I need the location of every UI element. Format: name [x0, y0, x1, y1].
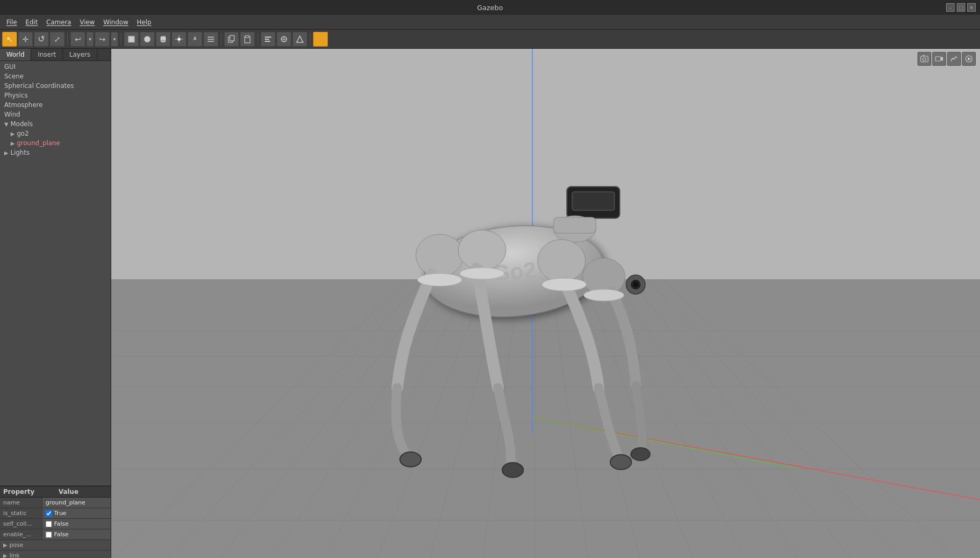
go2-arrow: ▶: [11, 131, 15, 137]
svg-point-67: [631, 448, 650, 460]
box-shape-btn[interactable]: [124, 32, 139, 47]
svg-rect-77: [923, 55, 924, 56]
tree-go2[interactable]: ▶ go2: [0, 129, 111, 138]
sphere-shape-btn[interactable]: [140, 32, 155, 47]
link-label: link: [10, 552, 20, 558]
prop-val-enable[interactable]: False: [42, 529, 111, 539]
paste-btn[interactable]: [240, 32, 255, 47]
tree-wind-label: Wind: [4, 111, 20, 118]
property-panel: Property Value name ground_plane is_stat…: [0, 486, 111, 558]
undo-btn[interactable]: ↩: [70, 32, 85, 47]
left-panel: World Insert Layers GUI Scene Spherical …: [0, 49, 111, 558]
tree-wind[interactable]: Wind: [0, 110, 111, 119]
prop-key-self-coll: self_coll...: [0, 519, 42, 529]
select-tool-btn[interactable]: ↖: [2, 32, 17, 47]
snap-btn[interactable]: [277, 32, 291, 47]
svg-rect-19: [265, 39, 269, 40]
tree-gui[interactable]: GUI: [0, 62, 111, 72]
is-static-checkbox[interactable]: [46, 510, 52, 517]
svg-rect-0: [128, 36, 135, 42]
tab-bar: World Insert Layers: [0, 49, 111, 61]
3d-viewport[interactable]: Go2: [111, 49, 980, 558]
orange-block-btn[interactable]: [313, 32, 328, 47]
menu-camera[interactable]: Camera: [42, 17, 75, 28]
prop-link-expand[interactable]: ▶ link: [0, 551, 23, 558]
prop-pose-expand[interactable]: ▶ pose: [0, 540, 26, 550]
svg-point-65: [610, 455, 631, 470]
tree-lights[interactable]: ▶ Lights: [0, 148, 111, 157]
tree-lights-label: Lights: [11, 149, 30, 156]
pose-label: pose: [10, 542, 23, 548]
prop-row-name[interactable]: name ground_plane: [0, 498, 111, 508]
window-controls: – □ ✕: [946, 3, 976, 12]
undo-arrow-btn[interactable]: ▾: [86, 32, 94, 47]
record-vp-btn[interactable]: [932, 52, 946, 66]
svg-point-1: [144, 36, 150, 42]
screenshot-vp-btn[interactable]: [917, 52, 931, 66]
tab-insert[interactable]: Insert: [31, 49, 63, 60]
tree-models[interactable]: ▼ Models: [0, 119, 111, 129]
light-spot-btn[interactable]: [188, 32, 202, 47]
enable-text: False: [54, 531, 69, 538]
maximize-btn[interactable]: □: [957, 3, 965, 12]
align-btn[interactable]: [261, 32, 275, 47]
scale-tool-btn[interactable]: ⤢: [50, 32, 65, 47]
view-angle-btn[interactable]: [292, 32, 307, 47]
svg-point-61: [400, 452, 421, 467]
close-btn[interactable]: ✕: [967, 3, 976, 12]
prop-row-enable[interactable]: enable_... False: [0, 529, 111, 540]
redo-arrow-btn[interactable]: ▾: [111, 32, 118, 47]
models-arrow: ▼: [4, 121, 8, 127]
self-coll-text: False: [54, 520, 69, 527]
prop-row-link[interactable]: ▶ link: [0, 551, 111, 558]
menu-window[interactable]: Window: [99, 17, 132, 28]
tab-layers[interactable]: Layers: [63, 49, 97, 60]
menu-edit[interactable]: Edit: [21, 17, 42, 28]
svg-point-62: [458, 230, 506, 270]
svg-point-4: [161, 40, 166, 42]
svg-point-60: [416, 234, 464, 277]
svg-point-70: [633, 282, 638, 287]
tab-world[interactable]: World: [0, 49, 31, 60]
tree-spherical-label: Spherical Coordinates: [4, 82, 74, 90]
prop-key-is-static: is_static: [0, 508, 42, 518]
prop-val-is-static[interactable]: True: [42, 508, 111, 518]
minimize-btn[interactable]: –: [946, 3, 955, 12]
redo-btn[interactable]: ↪: [95, 32, 110, 47]
menu-view[interactable]: View: [75, 17, 99, 28]
lights-arrow: ▶: [4, 150, 8, 156]
self-coll-checkbox[interactable]: [46, 521, 52, 527]
tree-scene[interactable]: Scene: [0, 72, 111, 81]
svg-rect-59: [554, 217, 596, 233]
menu-file[interactable]: File: [2, 17, 21, 28]
light-dir-btn[interactable]: [203, 32, 218, 47]
toolbar: ↖ ✛ ↺ ⤢ ↩ ▾ ↪ ▾: [0, 30, 980, 49]
prop-val-self-coll[interactable]: False: [42, 519, 111, 529]
cylinder-shape-btn[interactable]: [156, 32, 171, 47]
sep5: [310, 33, 310, 46]
tree-ground-plane-label: ground_plane: [17, 139, 60, 147]
menu-help[interactable]: Help: [132, 17, 155, 28]
light-point-btn[interactable]: [172, 32, 186, 47]
ground-plane-arrow: ▶: [11, 140, 15, 146]
prop-row-is-static[interactable]: is_static True: [0, 508, 111, 519]
tree-atmosphere[interactable]: Atmosphere: [0, 100, 111, 110]
world-tree[interactable]: GUI Scene Spherical Coordinates Physics …: [0, 61, 111, 485]
viewport-toolbar-right: [917, 52, 976, 66]
svg-rect-18: [265, 37, 271, 38]
tree-ground-plane[interactable]: ▶ ground_plane: [0, 138, 111, 148]
plot-vp-btn[interactable]: [947, 52, 961, 66]
tree-physics[interactable]: Physics: [0, 91, 111, 100]
prop-header: Property Value: [0, 486, 111, 498]
svg-point-76: [923, 58, 926, 61]
rotate-tool-btn[interactable]: ↺: [34, 32, 49, 47]
main-layout: World Insert Layers GUI Scene Spherical …: [0, 49, 980, 558]
enable-checkbox[interactable]: [46, 532, 52, 538]
tree-spherical-coords[interactable]: Spherical Coordinates: [0, 81, 111, 91]
prop-row-pose[interactable]: ▶ pose: [0, 540, 111, 551]
video-vp-btn[interactable]: [962, 52, 976, 66]
copy-btn[interactable]: [224, 32, 239, 47]
prop-row-self-coll[interactable]: self_coll... False: [0, 519, 111, 529]
pose-arrow: ▶: [3, 542, 7, 548]
translate-tool-btn[interactable]: ✛: [18, 32, 33, 47]
